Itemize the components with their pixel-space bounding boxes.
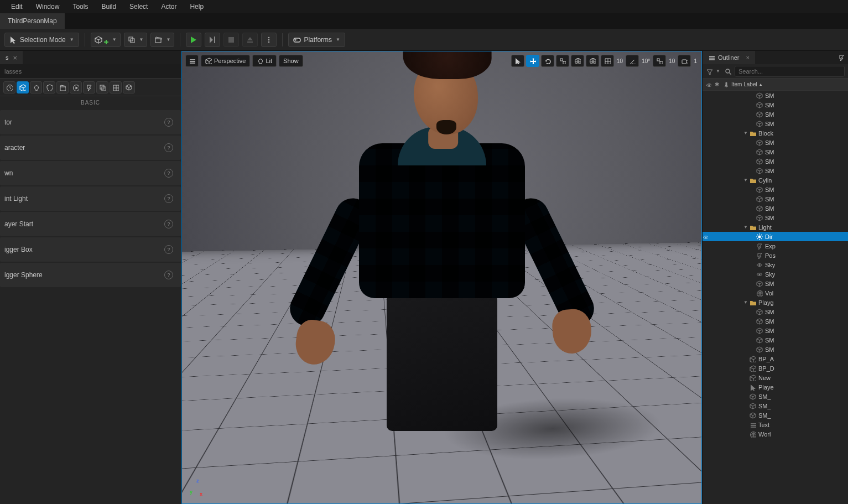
filter-volumes[interactable] <box>110 81 122 93</box>
outliner-row[interactable]: SM <box>703 316 848 326</box>
scale-tool[interactable] <box>556 55 569 67</box>
viewport-options-menu[interactable] <box>185 55 199 67</box>
outliner-row[interactable]: SM <box>703 326 848 335</box>
outliner-row[interactable]: Pos <box>703 251 848 260</box>
show-dropdown[interactable]: Show <box>279 55 303 67</box>
close-icon[interactable]: × <box>13 54 18 62</box>
platforms-dropdown[interactable]: Platforms ▼ <box>288 33 345 47</box>
play-options-button[interactable] <box>261 33 277 47</box>
outliner-row[interactable]: SM <box>703 204 848 213</box>
menu-help[interactable]: Help <box>183 3 210 11</box>
grid-snap-toggle[interactable] <box>601 55 614 67</box>
translate-tool[interactable] <box>526 55 539 67</box>
outliner-row[interactable]: ▼Playg <box>703 298 848 307</box>
outliner-row[interactable]: SM <box>703 213 848 222</box>
menu-tools[interactable]: Tools <box>66 3 95 11</box>
angle-snap-value[interactable]: 10° <box>642 58 650 64</box>
outliner-row[interactable]: BP_A <box>703 354 848 363</box>
filter-all[interactable] <box>123 81 135 93</box>
help-icon[interactable]: ? <box>164 194 173 203</box>
outliner-row[interactable]: SM <box>703 307 848 316</box>
outliner-row[interactable]: Worl <box>703 429 848 439</box>
outliner-row[interactable]: SM_ <box>703 401 848 411</box>
play-button[interactable] <box>186 33 201 47</box>
outliner-row[interactable]: SM <box>703 345 848 354</box>
close-icon[interactable]: × <box>746 54 750 61</box>
cinematics-dropdown[interactable]: ▼ <box>150 33 174 47</box>
outliner-row[interactable]: SM <box>703 119 848 128</box>
select-tool[interactable] <box>511 55 524 67</box>
rotate-tool[interactable] <box>541 55 554 67</box>
outliner-row[interactable]: SM <box>703 166 848 175</box>
place-actor-item[interactable]: ayer Start? <box>0 212 181 236</box>
outliner-row[interactable]: Vol <box>703 288 848 298</box>
outliner-row[interactable]: SM_ <box>703 392 848 401</box>
menu-build[interactable]: Build <box>95 3 123 11</box>
outliner-row[interactable]: SM <box>703 147 848 157</box>
outliner-row[interactable]: ▼Cylin <box>703 175 848 185</box>
level-tab[interactable]: ThirdPersonMap <box>0 13 65 29</box>
outliner-row[interactable]: SM <box>703 138 848 147</box>
outliner-row[interactable]: SM <box>703 194 848 204</box>
outliner-row[interactable]: Text <box>703 420 848 429</box>
pin-icon[interactable] <box>722 82 728 87</box>
outliner-row[interactable]: SM <box>703 185 848 194</box>
outliner-row[interactable]: SM <box>703 91 848 100</box>
outliner-row[interactable]: ▼Light <box>703 222 848 232</box>
selection-mode-dropdown[interactable]: Selection Mode ▼ <box>4 33 79 47</box>
help-icon[interactable]: ? <box>164 169 173 178</box>
place-actor-item[interactable]: aracter? <box>0 136 181 160</box>
surface-snap-toggle[interactable] <box>586 55 599 67</box>
perspective-dropdown[interactable]: Perspective <box>201 55 250 67</box>
place-actor-item[interactable]: wn? <box>0 161 181 185</box>
view-mode-dropdown[interactable]: Lit <box>252 55 277 67</box>
eject-button[interactable] <box>242 33 258 47</box>
level-viewport[interactable]: Perspective Lit Show 10 10° 10 1 <box>181 51 702 504</box>
filter-basic[interactable] <box>17 81 29 93</box>
menu-window[interactable]: Window <box>29 3 66 11</box>
place-actor-item[interactable]: igger Sphere? <box>0 263 181 287</box>
outliner-row[interactable]: SM <box>703 157 848 166</box>
menu-actor[interactable]: Actor <box>154 3 183 11</box>
outliner-row[interactable]: Playe <box>703 382 848 392</box>
camera-speed-value[interactable]: 1 <box>694 58 697 64</box>
outliner-tab[interactable]: Outliner × <box>703 51 755 64</box>
outliner-row[interactable]: Dir <box>703 232 848 241</box>
camera-speed[interactable] <box>678 55 691 67</box>
filter-media[interactable] <box>70 81 82 93</box>
help-icon[interactable]: ? <box>164 220 173 228</box>
scale-snap-value[interactable]: 10 <box>669 58 675 64</box>
outliner-search-input[interactable] <box>735 66 845 77</box>
stop-button[interactable] <box>223 33 239 47</box>
help-icon[interactable]: ? <box>164 271 173 279</box>
outliner-row[interactable]: ▼Block <box>703 128 848 138</box>
angle-snap-toggle[interactable] <box>626 55 639 67</box>
filter-shapes[interactable] <box>43 81 55 93</box>
outliner-row[interactable]: New <box>703 373 848 382</box>
viewport-3d-scene[interactable] <box>182 51 701 503</box>
outliner-row[interactable]: SM <box>703 335 848 345</box>
place-actors-search[interactable] <box>0 64 181 79</box>
place-actor-item[interactable]: tor? <box>0 110 181 134</box>
blueprint-dropdown[interactable]: ▼ <box>124 33 148 47</box>
filter-icon[interactable] <box>706 68 712 75</box>
help-icon[interactable]: ? <box>164 245 173 254</box>
filter-lights[interactable] <box>30 81 42 93</box>
place-actors-tab[interactable]: s × <box>0 51 23 64</box>
eye-icon[interactable] <box>706 82 711 87</box>
visibility-toggle[interactable] <box>703 234 714 240</box>
place-actor-item[interactable]: int Light? <box>0 186 181 211</box>
menu-edit[interactable]: Edit <box>4 3 29 11</box>
add-content-dropdown[interactable]: ▼ <box>91 33 121 47</box>
outliner-row[interactable]: Sky <box>703 269 848 279</box>
class-search-input[interactable] <box>4 68 176 75</box>
grid-snap-value[interactable]: 10 <box>617 58 623 64</box>
outliner-row[interactable]: SM <box>703 100 848 110</box>
outliner-row[interactable]: SM_ <box>703 411 848 420</box>
filter-geometry[interactable] <box>96 81 108 93</box>
help-icon[interactable]: ? <box>164 143 173 152</box>
menu-select[interactable]: Select <box>123 3 154 11</box>
scale-snap-toggle[interactable] <box>653 55 666 67</box>
step-button[interactable] <box>205 33 220 47</box>
help-icon[interactable]: ? <box>164 118 173 127</box>
